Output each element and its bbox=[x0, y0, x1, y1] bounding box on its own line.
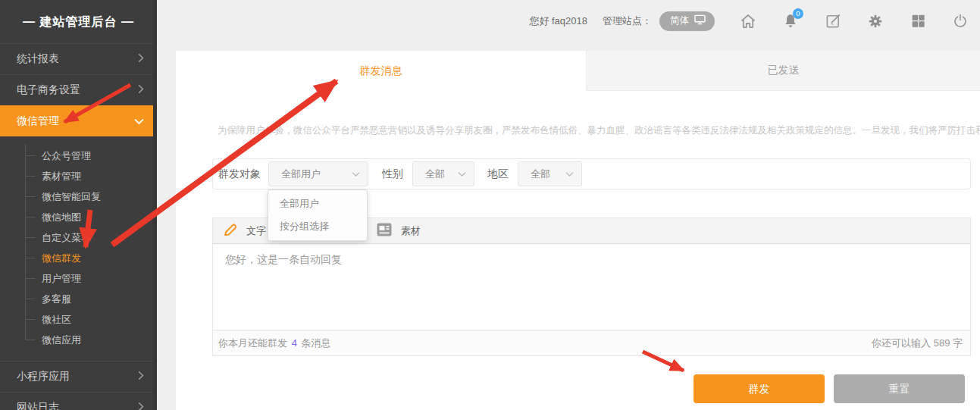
sidebar-item-miniprogram[interactable]: 小程序应用 bbox=[0, 361, 157, 392]
bell-icon[interactable]: 0 bbox=[781, 11, 800, 31]
submenu-item-user-management[interactable]: 用户管理 bbox=[0, 268, 157, 289]
gender-select-value: 全部 bbox=[425, 167, 445, 181]
chevron-down-icon bbox=[458, 168, 466, 180]
target-filter-row: 群发对象 全部用户 性别 全部 地区 全部 bbox=[212, 158, 971, 189]
editor-tab-material-label: 素材 bbox=[401, 224, 421, 238]
editor-tab-text-label: 文字 bbox=[246, 224, 266, 238]
message-input[interactable]: 您好，这是一条自动回复 bbox=[213, 244, 970, 330]
submenu-item-multi-service[interactable]: 多客服 bbox=[0, 289, 157, 309]
submenu-item-community[interactable]: 微社区 bbox=[0, 309, 157, 330]
chevron-down-icon bbox=[134, 115, 144, 127]
submenu-item-smart-reply[interactable]: 微信智能回复 bbox=[0, 186, 157, 207]
submenu-item-material[interactable]: 素材管理 bbox=[0, 166, 157, 186]
sidebar-scrollbar[interactable] bbox=[153, 0, 157, 410]
chevron-right-icon bbox=[138, 402, 144, 410]
topbar: 您好 faq2018 管理站点： 简体 0 bbox=[157, 0, 980, 42]
target-select-dropdown: 全部用户 按分组选择 bbox=[268, 189, 368, 241]
target-select[interactable]: 全部用户 bbox=[268, 161, 368, 186]
region-select[interactable]: 全部 bbox=[518, 161, 582, 186]
sidebar-item-ecommerce[interactable]: 电子商务设置 bbox=[0, 74, 157, 105]
editor-tab-material[interactable]: 素材 bbox=[377, 223, 421, 239]
submenu-item-wechat-map[interactable]: 微信地图 bbox=[0, 207, 157, 227]
language-pill-label: 简体 bbox=[670, 14, 689, 27]
sidebar-item-wechat-management[interactable]: 微信管理 bbox=[0, 105, 157, 136]
chars-remaining-text: 你还可以输入 589 字 bbox=[872, 336, 963, 350]
sidebar-item-label: 小程序应用 bbox=[17, 370, 70, 383]
user-greeting: 您好 faq2018 bbox=[529, 14, 587, 28]
sidebar-item-label: 电子商务设置 bbox=[17, 83, 80, 97]
quota-count: 4 bbox=[290, 337, 299, 349]
sidebar-item-label: 网站日志 bbox=[17, 401, 59, 410]
sidebar-item-label: 统计报表 bbox=[17, 52, 59, 66]
tab-bar: 群发消息 已发送 bbox=[176, 51, 980, 91]
language-site-pill[interactable]: 简体 bbox=[659, 11, 715, 31]
apps-grid-icon[interactable] bbox=[909, 11, 927, 31]
home-icon[interactable] bbox=[739, 11, 757, 31]
region-label: 地区 bbox=[487, 167, 509, 181]
gender-select[interactable]: 全部 bbox=[412, 161, 474, 186]
content-panel: 群发消息 已发送 为保障用户体验，微信公众平台严禁恶意营销以及诱导分享朋友圈，严… bbox=[176, 51, 980, 410]
editor-footer: 你本月还能群发 4 条消息 你还可以输入 589 字 bbox=[213, 330, 970, 355]
target-label: 群发对象 bbox=[218, 167, 261, 181]
chevron-right-icon bbox=[138, 84, 144, 96]
gender-label: 性别 bbox=[382, 167, 403, 181]
chevron-right-icon bbox=[138, 371, 144, 383]
chevron-down-icon bbox=[352, 168, 360, 180]
compose-icon[interactable] bbox=[824, 11, 842, 31]
sidebar-item-site-log[interactable]: 网站日志 bbox=[0, 392, 157, 410]
material-icon bbox=[377, 223, 392, 239]
submenu-item-custom-menu[interactable]: 自定义菜单 bbox=[0, 227, 157, 248]
power-icon[interactable] bbox=[951, 11, 969, 31]
manage-site-label: 管理站点： bbox=[603, 14, 652, 28]
dropdown-option-by-group[interactable]: 按分组选择 bbox=[268, 215, 367, 238]
submenu-item-wechat-app[interactable]: 微信应用 bbox=[0, 330, 157, 350]
reset-button[interactable]: 重置 bbox=[834, 374, 965, 403]
tab-sent[interactable]: 已发送 bbox=[586, 51, 980, 91]
submenu-item-mass-send[interactable]: 微信群发 bbox=[0, 248, 157, 268]
app-title: — 建站管理后台 — bbox=[0, 0, 157, 43]
submenu-item-official-account[interactable]: 公众号管理 bbox=[0, 146, 157, 166]
sidebar-item-statistics[interactable]: 统计报表 bbox=[0, 43, 157, 74]
policy-notice: 为保障用户体验，微信公众平台严禁恶意营销以及诱导分享朋友圈，严禁发布色情低俗、暴… bbox=[218, 124, 975, 137]
monitor-icon bbox=[694, 14, 706, 27]
monthly-quota-text: 你本月还能群发 4 条消息 bbox=[218, 336, 330, 350]
tab-mass-message[interactable]: 群发消息 bbox=[176, 51, 586, 91]
pencil-icon bbox=[223, 223, 237, 239]
gear-icon[interactable] bbox=[866, 11, 885, 31]
chevron-right-icon bbox=[138, 53, 144, 65]
quota-prefix: 你本月还能群发 bbox=[218, 337, 287, 349]
sidebar-item-label: 微信管理 bbox=[17, 114, 59, 128]
sidebar-submenu-wechat: 公众号管理 素材管理 微信智能回复 微信地图 自定义菜单 微信群发 用户管理 多… bbox=[0, 136, 157, 361]
sidebar: — 建站管理后台 — 统计报表 电子商务设置 微信管理 公众号管理 素材管理 微… bbox=[0, 0, 157, 410]
notification-badge: 0 bbox=[793, 8, 803, 19]
quota-suffix: 条消息 bbox=[301, 337, 330, 349]
region-select-value: 全部 bbox=[531, 167, 550, 181]
target-select-value: 全部用户 bbox=[281, 167, 321, 181]
mass-send-button[interactable]: 群发 bbox=[694, 374, 825, 403]
dropdown-option-all-users[interactable]: 全部用户 bbox=[268, 192, 367, 215]
chevron-down-icon bbox=[565, 168, 574, 180]
editor-tab-text[interactable]: 文字 bbox=[223, 223, 266, 239]
